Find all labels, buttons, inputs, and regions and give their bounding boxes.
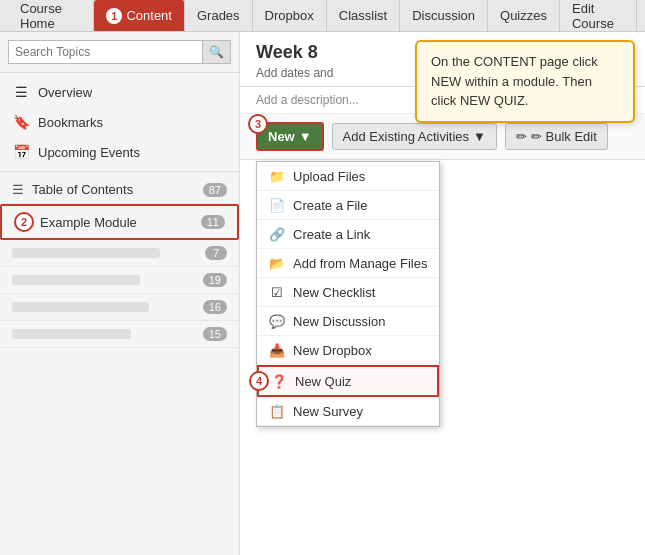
sidebar-toc-label: Table of Contents	[32, 182, 133, 197]
sidebar-nav: ☰ Overview 🔖 Bookmarks 📅 Upcoming Events	[0, 73, 239, 172]
nav-edit-course-label: Edit Course	[572, 1, 624, 31]
content-area: Week 8 Add dates and Add a description..…	[240, 32, 645, 555]
bulk-edit-icon: ✏	[516, 129, 527, 144]
sidebar-bookmarks-label: Bookmarks	[38, 115, 103, 130]
new-discussion-icon: 💬	[269, 313, 285, 329]
sidebar-overview-label: Overview	[38, 85, 92, 100]
dropdown-upload-files[interactable]: 📁 Upload Files	[257, 162, 439, 191]
create-link-icon: 🔗	[269, 226, 285, 242]
bulk-edit-label: ✏ Bulk Edit	[531, 129, 597, 144]
nav-edit-course[interactable]: Edit Course	[560, 0, 637, 31]
blurred-row-3: 16	[0, 294, 239, 321]
toc-icon: ☰	[12, 182, 24, 197]
sidebar: 🔍 ☰ Overview 🔖 Bookmarks 📅 Upcoming Even…	[0, 32, 240, 555]
nav-dropbox-label: Dropbox	[265, 8, 314, 23]
nav-course-home[interactable]: Course Home	[8, 0, 94, 31]
nav-quizzes[interactable]: Quizzes	[488, 0, 560, 31]
nav-content[interactable]: 1 Content	[94, 0, 185, 31]
new-discussion-label: New Discussion	[293, 314, 385, 329]
new-dropbox-label: New Dropbox	[293, 343, 372, 358]
nav-quizzes-label: Quizzes	[500, 8, 547, 23]
sidebar-item-bookmarks[interactable]: 🔖 Bookmarks	[0, 107, 239, 137]
new-dropdown-arrow: ▼	[299, 129, 312, 144]
sidebar-example-module[interactable]: 2 Example Module 11	[0, 204, 239, 240]
nav-classlist[interactable]: Classlist	[327, 0, 400, 31]
nav-course-home-label: Course Home	[20, 1, 81, 31]
new-survey-icon: 📋	[269, 403, 285, 419]
create-link-label: Create a Link	[293, 227, 370, 242]
new-btn-wrapper: 3 New ▼	[256, 122, 324, 151]
bulk-edit-button[interactable]: ✏ ✏ Bulk Edit	[505, 123, 608, 150]
add-existing-activities-button[interactable]: Add Existing Activities ▼	[332, 123, 497, 150]
main-layout: 🔍 ☰ Overview 🔖 Bookmarks 📅 Upcoming Even…	[0, 32, 645, 555]
calendar-icon: 📅	[12, 144, 30, 160]
nav-classlist-label: Classlist	[339, 8, 387, 23]
new-checklist-icon: ☑	[269, 284, 285, 300]
circle-badge-2: 2	[14, 212, 34, 232]
nav-grades[interactable]: Grades	[185, 0, 253, 31]
module-label: Example Module	[40, 215, 137, 230]
circle-4: 4	[249, 371, 269, 391]
sidebar-upcoming-label: Upcoming Events	[38, 145, 140, 160]
tooltip-box: On the CONTENT page click NEW within a m…	[415, 40, 635, 123]
sidebar-item-overview[interactable]: ☰ Overview	[0, 77, 239, 107]
dropdown-manage-files[interactable]: 📂 Add from Manage Files	[257, 249, 439, 278]
overview-icon: ☰	[12, 84, 30, 100]
new-quiz-label: New Quiz	[295, 374, 351, 389]
create-file-label: Create a File	[293, 198, 367, 213]
dropdown-new-quiz[interactable]: 4 ❓ New Quiz	[257, 365, 439, 397]
nav-grades-label: Grades	[197, 8, 240, 23]
blurred-badge-4: 15	[203, 327, 227, 341]
search-button[interactable]: 🔍	[203, 40, 231, 64]
tooltip-text: On the CONTENT page click NEW within a m…	[431, 54, 598, 108]
nav-discussion[interactable]: Discussion	[400, 0, 488, 31]
circle-3: 3	[248, 114, 268, 134]
new-label: New	[268, 129, 295, 144]
sidebar-list: ☰ Table of Contents 87 2 Example Module …	[0, 172, 239, 555]
create-file-icon: 📄	[269, 197, 285, 213]
sidebar-item-upcoming-events[interactable]: 📅 Upcoming Events	[0, 137, 239, 167]
nav-content-label: Content	[126, 8, 172, 23]
blurred-badge-2: 19	[203, 273, 227, 287]
blurred-row-4: 15	[0, 321, 239, 348]
dropdown-new-dropbox[interactable]: 📥 New Dropbox	[257, 336, 439, 365]
dropdown-create-file[interactable]: 📄 Create a File	[257, 191, 439, 220]
dropdown-new-discussion[interactable]: 💬 New Discussion	[257, 307, 439, 336]
search-bar: 🔍	[0, 32, 239, 73]
upload-files-icon: 📁	[269, 168, 285, 184]
manage-files-label: Add from Manage Files	[293, 256, 427, 271]
blurred-row-1: 7	[0, 240, 239, 267]
new-dropdown-menu: 📁 Upload Files 📄 Create a File 🔗 Create …	[256, 161, 440, 427]
module-badge: 11	[201, 215, 225, 229]
dropdown-create-link[interactable]: 🔗 Create a Link	[257, 220, 439, 249]
toc-badge: 87	[203, 183, 227, 197]
blurred-badge-3: 16	[203, 300, 227, 314]
new-quiz-icon: ❓	[271, 373, 287, 389]
bookmarks-icon: 🔖	[12, 114, 30, 130]
blurred-badge-1: 7	[205, 246, 227, 260]
sidebar-toc[interactable]: ☰ Table of Contents 87	[0, 176, 239, 204]
nav-discussion-label: Discussion	[412, 8, 475, 23]
search-input[interactable]	[8, 40, 203, 64]
upload-files-label: Upload Files	[293, 169, 365, 184]
new-checklist-label: New Checklist	[293, 285, 375, 300]
top-navigation: Course Home 1 Content Grades Dropbox Cla…	[0, 0, 645, 32]
new-survey-label: New Survey	[293, 404, 363, 419]
activities-label: Add Existing Activities	[343, 129, 469, 144]
new-dropbox-icon: 📥	[269, 342, 285, 358]
nav-circle-1: 1	[106, 8, 122, 24]
dropdown-new-survey[interactable]: 📋 New Survey	[257, 397, 439, 426]
nav-dropbox[interactable]: Dropbox	[253, 0, 327, 31]
manage-files-icon: 📂	[269, 255, 285, 271]
blurred-row-2: 19	[0, 267, 239, 294]
dropdown-new-checklist[interactable]: ☑ New Checklist	[257, 278, 439, 307]
search-icon: 🔍	[209, 45, 224, 59]
activities-arrow: ▼	[473, 129, 486, 144]
